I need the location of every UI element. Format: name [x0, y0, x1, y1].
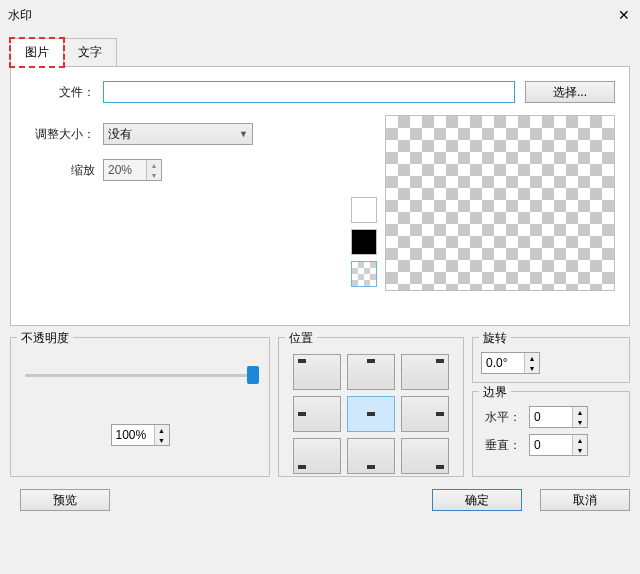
arrow-up-icon[interactable]: ▲: [155, 425, 169, 435]
rotation-input[interactable]: [482, 353, 524, 373]
pos-middle-right[interactable]: [401, 396, 449, 432]
rotation-group: 旋转 ▲▼: [472, 337, 630, 383]
pos-top-right[interactable]: [401, 354, 449, 390]
border-v-input[interactable]: [530, 435, 572, 455]
slider-track: [25, 374, 255, 377]
slider-thumb[interactable]: [247, 366, 259, 384]
arrow-down-icon: ▼: [147, 170, 161, 180]
border-h-spinner[interactable]: ▲▼: [529, 406, 588, 428]
rotation-spinner[interactable]: ▲▼: [481, 352, 540, 374]
border-v-label: 垂直：: [481, 437, 529, 454]
opacity-input[interactable]: [112, 425, 154, 445]
scale-spinner: ▲▼: [103, 159, 162, 181]
arrow-up-icon[interactable]: ▲: [573, 435, 587, 445]
resize-select[interactable]: 没有 ▼: [103, 123, 253, 145]
arrow-down-icon[interactable]: ▼: [525, 363, 539, 373]
tab-strip: 图片 文字: [0, 30, 640, 67]
scale-label: 缩放: [25, 162, 103, 179]
border-title: 边界: [479, 384, 511, 401]
arrow-up-icon[interactable]: ▲: [525, 353, 539, 363]
pos-bottom-left[interactable]: [293, 438, 341, 474]
footer: 预览 确定 取消: [0, 477, 640, 523]
arrow-down-icon[interactable]: ▼: [573, 445, 587, 455]
opacity-group: 不透明度 ▲▼: [10, 337, 270, 477]
rotation-title: 旋转: [479, 330, 511, 347]
window-title: 水印: [8, 7, 616, 24]
file-input[interactable]: [103, 81, 515, 103]
swatch-white[interactable]: [351, 197, 377, 223]
position-title: 位置: [285, 330, 317, 347]
border-group: 边界 水平： ▲▼ 垂直： ▲▼: [472, 391, 630, 477]
pos-bottom-right[interactable]: [401, 438, 449, 474]
spinner-arrows: ▲▼: [146, 160, 161, 180]
scale-input: [104, 160, 146, 180]
image-pane: 文件： 选择... 调整大小： 没有 ▼ 缩放 ▲▼: [10, 66, 630, 326]
border-h-input[interactable]: [530, 407, 572, 427]
close-icon[interactable]: ✕: [616, 7, 632, 23]
opacity-title: 不透明度: [17, 330, 73, 347]
preview-canvas: [385, 115, 615, 291]
pos-top-center[interactable]: [347, 354, 395, 390]
titlebar: 水印 ✕: [0, 0, 640, 30]
swatch-transparent[interactable]: [351, 261, 377, 287]
position-grid: [287, 354, 455, 474]
arrow-up-icon: ▲: [147, 160, 161, 170]
resize-label: 调整大小：: [25, 126, 103, 143]
cancel-button[interactable]: 取消: [540, 489, 630, 511]
choose-button[interactable]: 选择...: [525, 81, 615, 103]
border-v-spinner[interactable]: ▲▼: [529, 434, 588, 456]
resize-value: 没有: [108, 126, 132, 143]
pos-middle-center[interactable]: [347, 396, 395, 432]
arrow-up-icon[interactable]: ▲: [573, 407, 587, 417]
ok-button[interactable]: 确定: [432, 489, 522, 511]
position-group: 位置: [278, 337, 464, 477]
pos-middle-left[interactable]: [293, 396, 341, 432]
tab-image[interactable]: 图片: [10, 38, 64, 67]
opacity-spinner[interactable]: ▲▼: [111, 424, 170, 446]
watermark-dialog: 水印 ✕ 图片 文字 文件： 选择... 调整大小： 没有 ▼ 缩放 ▲▼: [0, 0, 640, 574]
file-label: 文件：: [25, 84, 103, 101]
spinner-arrows: ▲▼: [154, 425, 169, 445]
chevron-down-icon: ▼: [239, 129, 248, 139]
pos-bottom-center[interactable]: [347, 438, 395, 474]
right-groups: 旋转 ▲▼ 边界 水平： ▲▼ 垂直：: [472, 337, 630, 477]
preview-button[interactable]: 预览: [20, 489, 110, 511]
pos-top-left[interactable]: [293, 354, 341, 390]
background-swatches: [351, 197, 377, 287]
border-h-label: 水平：: [481, 409, 529, 426]
tab-text[interactable]: 文字: [63, 38, 117, 67]
swatch-black[interactable]: [351, 229, 377, 255]
opacity-slider[interactable]: [25, 364, 255, 388]
arrow-down-icon[interactable]: ▼: [573, 417, 587, 427]
arrow-down-icon[interactable]: ▼: [155, 435, 169, 445]
lower-panels: 不透明度 ▲▼ 位置: [0, 337, 640, 477]
